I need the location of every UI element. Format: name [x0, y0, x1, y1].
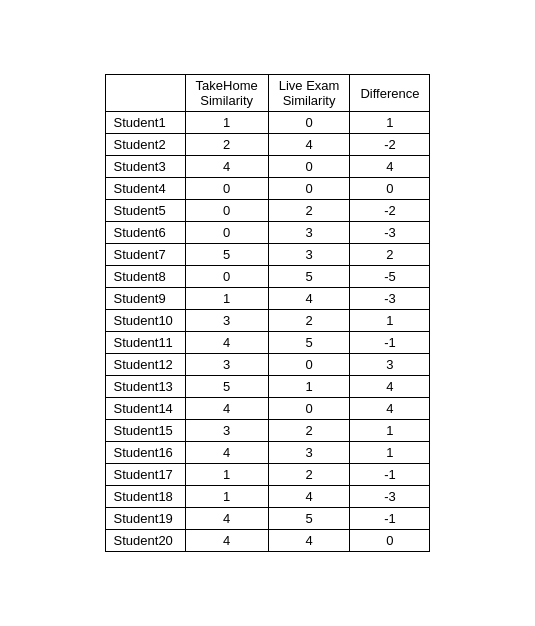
cell-takehome: 1: [185, 112, 268, 134]
cell-student: Student2: [105, 134, 185, 156]
cell-difference: 1: [350, 112, 430, 134]
cell-takehome: 1: [185, 288, 268, 310]
table-row: Student805-5: [105, 266, 430, 288]
cell-difference: -3: [350, 486, 430, 508]
cell-difference: 3: [350, 354, 430, 376]
cell-takehome: 3: [185, 420, 268, 442]
header-takehome: TakeHomeSimilarity: [185, 75, 268, 112]
cell-takehome: 5: [185, 376, 268, 398]
cell-difference: 4: [350, 156, 430, 178]
cell-difference: 1: [350, 420, 430, 442]
table-row: Student502-2: [105, 200, 430, 222]
cell-takehome: 2: [185, 134, 268, 156]
cell-takehome: 0: [185, 222, 268, 244]
cell-takehome: 0: [185, 178, 268, 200]
cell-difference: 2: [350, 244, 430, 266]
cell-takehome: 4: [185, 398, 268, 420]
table-row: Student4000: [105, 178, 430, 200]
header-row: TakeHomeSimilarity Live ExamSimilarity D…: [105, 75, 430, 112]
cell-liveexam: 0: [268, 354, 350, 376]
cell-takehome: 4: [185, 156, 268, 178]
cell-takehome: 4: [185, 442, 268, 464]
cell-liveexam: 0: [268, 156, 350, 178]
cell-student: Student16: [105, 442, 185, 464]
cell-liveexam: 0: [268, 178, 350, 200]
cell-difference: 4: [350, 376, 430, 398]
cell-student: Student3: [105, 156, 185, 178]
cell-liveexam: 1: [268, 376, 350, 398]
cell-difference: 0: [350, 530, 430, 552]
cell-liveexam: 2: [268, 464, 350, 486]
cell-student: Student15: [105, 420, 185, 442]
cell-liveexam: 5: [268, 266, 350, 288]
cell-student: Student19: [105, 508, 185, 530]
cell-liveexam: 3: [268, 442, 350, 464]
cell-student: Student5: [105, 200, 185, 222]
cell-liveexam: 4: [268, 486, 350, 508]
cell-student: Student4: [105, 178, 185, 200]
cell-takehome: 4: [185, 332, 268, 354]
table-row: Student15321: [105, 420, 430, 442]
cell-liveexam: 4: [268, 288, 350, 310]
cell-student: Student8: [105, 266, 185, 288]
header-difference: Difference: [350, 75, 430, 112]
table-container: TakeHomeSimilarity Live ExamSimilarity D…: [85, 54, 451, 572]
cell-difference: -2: [350, 134, 430, 156]
table-row: Student20440: [105, 530, 430, 552]
cell-student: Student17: [105, 464, 185, 486]
cell-takehome: 1: [185, 486, 268, 508]
cell-takehome: 4: [185, 508, 268, 530]
header-student: [105, 75, 185, 112]
table-row: Student1814-3: [105, 486, 430, 508]
cell-liveexam: 3: [268, 222, 350, 244]
cell-difference: -3: [350, 288, 430, 310]
table-row: Student3404: [105, 156, 430, 178]
cell-difference: -1: [350, 464, 430, 486]
cell-student: Student10: [105, 310, 185, 332]
cell-student: Student18: [105, 486, 185, 508]
cell-difference: -3: [350, 222, 430, 244]
cell-takehome: 3: [185, 354, 268, 376]
cell-takehome: 0: [185, 200, 268, 222]
cell-student: Student1: [105, 112, 185, 134]
cell-liveexam: 2: [268, 420, 350, 442]
table-row: Student12303: [105, 354, 430, 376]
cell-liveexam: 5: [268, 508, 350, 530]
header-liveexam: Live ExamSimilarity: [268, 75, 350, 112]
cell-liveexam: 3: [268, 244, 350, 266]
cell-takehome: 3: [185, 310, 268, 332]
cell-takehome: 5: [185, 244, 268, 266]
cell-takehome: 0: [185, 266, 268, 288]
cell-student: Student12: [105, 354, 185, 376]
cell-student: Student13: [105, 376, 185, 398]
cell-difference: 0: [350, 178, 430, 200]
table-row: Student1101: [105, 112, 430, 134]
cell-difference: -1: [350, 508, 430, 530]
table-row: Student1145-1: [105, 332, 430, 354]
table-row: Student603-3: [105, 222, 430, 244]
cell-difference: -1: [350, 332, 430, 354]
table-row: Student14404: [105, 398, 430, 420]
table-row: Student914-3: [105, 288, 430, 310]
cell-liveexam: 2: [268, 310, 350, 332]
table-row: Student16431: [105, 442, 430, 464]
cell-student: Student14: [105, 398, 185, 420]
cell-student: Student6: [105, 222, 185, 244]
cell-liveexam: 5: [268, 332, 350, 354]
table-row: Student1945-1: [105, 508, 430, 530]
table-row: Student7532: [105, 244, 430, 266]
table-row: Student13514: [105, 376, 430, 398]
cell-difference: 1: [350, 442, 430, 464]
cell-takehome: 1: [185, 464, 268, 486]
cell-liveexam: 0: [268, 398, 350, 420]
cell-difference: -2: [350, 200, 430, 222]
table-row: Student1712-1: [105, 464, 430, 486]
cell-student: Student9: [105, 288, 185, 310]
similarity-table: TakeHomeSimilarity Live ExamSimilarity D…: [105, 74, 431, 552]
cell-takehome: 4: [185, 530, 268, 552]
cell-student: Student20: [105, 530, 185, 552]
cell-student: Student11: [105, 332, 185, 354]
table-row: Student10321: [105, 310, 430, 332]
cell-liveexam: 2: [268, 200, 350, 222]
cell-student: Student7: [105, 244, 185, 266]
